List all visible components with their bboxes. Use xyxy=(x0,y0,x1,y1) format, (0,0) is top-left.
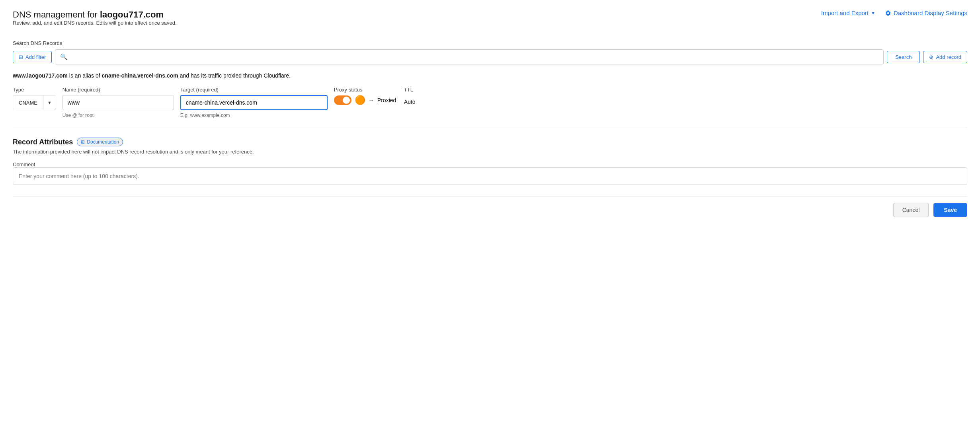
target-field-group: Target (required) E.g. www.example.com xyxy=(180,87,328,118)
plus-icon: ⊕ xyxy=(929,54,933,60)
page-subtitle: Review, add, and edit DNS records. Edits… xyxy=(13,20,177,26)
name-hint: Use @ for root xyxy=(62,113,174,118)
add-record-button[interactable]: ⊕ Add record xyxy=(923,51,967,63)
target-input[interactable] xyxy=(180,95,328,110)
type-dropdown-button[interactable]: ▼ xyxy=(43,95,56,110)
name-input[interactable] xyxy=(62,95,174,110)
search-row: ⊟ Add filter 🔍 Search ⊕ Add record xyxy=(13,49,967,64)
proxy-status-label: Proxy status xyxy=(334,87,398,93)
target-hint: E.g. www.example.com xyxy=(180,113,328,118)
import-export-label: Import and Export xyxy=(821,10,869,16)
gear-icon xyxy=(885,10,891,16)
form-fields-row: Type CNAME ▼ Name (required) Use @ for r… xyxy=(13,87,967,118)
search-label: Search DNS Records xyxy=(13,40,967,46)
cancel-button[interactable]: Cancel xyxy=(893,203,929,217)
save-button[interactable]: Save xyxy=(933,203,967,217)
cloudflare-cloud-icon: 🟠 xyxy=(355,95,365,105)
search-input-wrapper: 🔍 xyxy=(55,49,884,64)
dashboard-settings-link[interactable]: Dashboard Display Settings xyxy=(885,10,967,16)
type-label: Type xyxy=(13,87,56,93)
divider-1 xyxy=(13,128,967,128)
header-actions: Import and Export ▼ Dashboard Display Se… xyxy=(821,10,967,16)
ttl-field-group: TTL Auto xyxy=(404,87,436,105)
target-label: Target (required) xyxy=(180,87,328,93)
name-field-group: Name (required) Use @ for root xyxy=(62,87,174,118)
search-button[interactable]: Search xyxy=(887,51,920,63)
filter-icon: ⊟ xyxy=(19,54,23,60)
dashboard-settings-label: Dashboard Display Settings xyxy=(894,10,967,16)
record-attributes-title: Record Attributes xyxy=(13,138,73,146)
doc-icon: ⊞ xyxy=(81,139,85,145)
toggle-thumb xyxy=(343,97,350,104)
title-area: DNS management for laogou717.com Review,… xyxy=(13,10,177,37)
comment-section: Comment xyxy=(13,161,967,185)
chevron-down-icon: ▼ xyxy=(871,11,875,16)
add-filter-button[interactable]: ⊟ Add filter xyxy=(13,51,52,63)
alias-notice: www.laogou717.com is an alias of cname-c… xyxy=(13,72,967,79)
dns-record-form: Type CNAME ▼ Name (required) Use @ for r… xyxy=(13,87,967,118)
arrow-icon: → xyxy=(369,97,374,103)
type-selector: CNAME ▼ xyxy=(13,95,56,110)
page-header: DNS management for laogou717.com Review,… xyxy=(13,10,967,37)
proxied-label: Proxied xyxy=(377,97,396,103)
toggle-track xyxy=(334,95,351,105)
comment-input[interactable] xyxy=(13,167,967,185)
type-value: CNAME xyxy=(13,95,43,110)
proxy-display: 🟠 → Proxied xyxy=(334,95,398,105)
ttl-label: TTL xyxy=(404,87,436,93)
search-section: Search DNS Records ⊟ Add filter 🔍 Search… xyxy=(13,40,967,64)
search-icon: 🔍 xyxy=(60,53,68,60)
bottom-actions: Cancel Save xyxy=(13,196,967,217)
record-attributes-description: The information provided here will not i… xyxy=(13,149,967,155)
name-label: Name (required) xyxy=(62,87,174,93)
documentation-button[interactable]: ⊞ Documentation xyxy=(77,138,123,146)
ttl-value: Auto xyxy=(404,95,436,105)
record-attributes-section: Record Attributes ⊞ Documentation The in… xyxy=(13,138,967,185)
proxy-status-group: Proxy status 🟠 → Proxied xyxy=(334,87,398,105)
search-input[interactable] xyxy=(71,54,878,60)
page-title: DNS management for laogou717.com xyxy=(13,10,177,20)
import-export-link[interactable]: Import and Export ▼ xyxy=(821,10,875,16)
proxy-toggle[interactable] xyxy=(334,95,351,105)
record-attributes-header: Record Attributes ⊞ Documentation xyxy=(13,138,967,146)
comment-label: Comment xyxy=(13,161,35,167)
type-field-group: Type CNAME ▼ xyxy=(13,87,56,110)
